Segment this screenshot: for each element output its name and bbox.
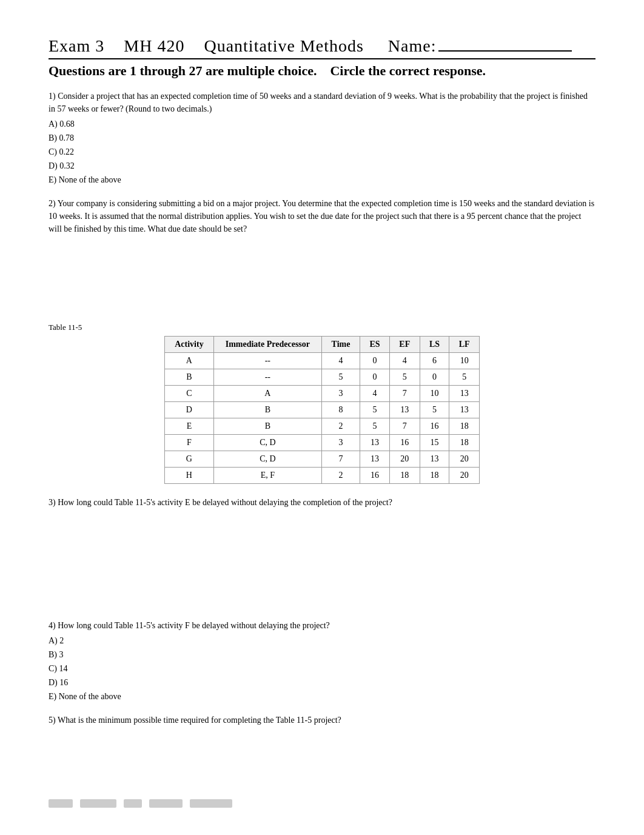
col-header-ls: LS <box>420 337 449 353</box>
table-cell-r5-c3: 13 <box>360 435 390 451</box>
table-label: Table 11-5 <box>49 323 595 332</box>
question-2-text: 2) Your company is considering submittin… <box>49 197 595 235</box>
q1-choice-a: A) 0.68 <box>49 118 595 130</box>
name-label: Name: <box>388 36 437 55</box>
table-cell-r5-c4: 16 <box>389 435 420 451</box>
name-line <box>438 50 572 52</box>
q3-number: 3) <box>49 498 56 507</box>
table-cell-r1-c4: 5 <box>389 369 420 386</box>
table-cell-r6-c1: C, D <box>213 451 321 468</box>
table-cell-r0-c5: 6 <box>420 353 449 369</box>
table-cell-r3-c4: 13 <box>389 402 420 418</box>
q2-answer-space <box>49 238 595 286</box>
q3-answer-space-2 <box>49 560 595 608</box>
table-cell-r7-c0: H <box>165 468 214 484</box>
table-cell-r5-c5: 15 <box>420 435 449 451</box>
footer-block-5 <box>190 799 232 808</box>
table-cell-r1-c2: 5 <box>321 369 360 386</box>
col-header-predecessor: Immediate Predecessor <box>213 337 321 353</box>
table-header-row: Activity Immediate Predecessor Time ES E… <box>165 337 480 353</box>
footer-block-1 <box>49 799 73 808</box>
table-cell-r1-c0: B <box>165 369 214 386</box>
q1-body: Consider a project that has an expected … <box>49 92 588 113</box>
data-table: Activity Immediate Predecessor Time ES E… <box>164 336 480 484</box>
table-cell-r4-c1: B <box>213 418 321 435</box>
table-cell-r7-c1: E, F <box>213 468 321 484</box>
q1-choice-e: E) None of the above <box>49 173 595 186</box>
table-cell-r5-c0: F <box>165 435 214 451</box>
table-cell-r1-c5: 0 <box>420 369 449 386</box>
footer-block-4 <box>149 799 183 808</box>
footer-block-3 <box>124 799 142 808</box>
q4-number: 4) <box>49 621 56 630</box>
q4-choice-a: A) 2 <box>49 634 595 647</box>
q4-choice-e: E) None of the above <box>49 690 595 703</box>
question-2: 2) Your company is considering submittin… <box>49 197 595 286</box>
table-cell-r3-c6: 13 <box>449 402 480 418</box>
table-cell-r3-c2: 8 <box>321 402 360 418</box>
exam-subtitle: Questions are 1 through 27 are multiple … <box>49 63 595 79</box>
table-cell-r2-c6: 13 <box>449 386 480 402</box>
table-cell-r2-c2: 3 <box>321 386 360 402</box>
table-cell-r0-c3: 0 <box>360 353 390 369</box>
table-cell-r6-c4: 20 <box>389 451 420 468</box>
table-cell-r6-c6: 20 <box>449 451 480 468</box>
footer-block-2 <box>80 799 116 808</box>
exam-number: Exam 3 <box>49 36 104 55</box>
table-body: A--404610B--50505CA3471013DB8513513EB257… <box>165 353 480 484</box>
col-header-time: Time <box>321 337 360 353</box>
table-cell-r2-c0: C <box>165 386 214 402</box>
q4-choice-d: D) 16 <box>49 676 595 689</box>
col-header-activity: Activity <box>165 337 214 353</box>
table-row: CA3471013 <box>165 386 480 402</box>
q4-choice-b: B) 3 <box>49 648 595 661</box>
table-row: DB8513513 <box>165 402 480 418</box>
table-cell-r5-c6: 18 <box>449 435 480 451</box>
table-cell-r0-c4: 4 <box>389 353 420 369</box>
footer-bar <box>49 799 595 808</box>
question-4-text: 4) How long could Table 11-5's activity … <box>49 619 595 632</box>
q4-body: How long could Table 11-5's activity F b… <box>58 621 330 630</box>
q1-choice-d: D) 0.32 <box>49 159 595 172</box>
table-row: B--50505 <box>165 369 480 386</box>
course-code: MH 420 <box>124 36 184 55</box>
table-row: FC, D313161518 <box>165 435 480 451</box>
table-cell-r0-c2: 4 <box>321 353 360 369</box>
table-cell-r6-c3: 13 <box>360 451 390 468</box>
table-row: GC, D713201320 <box>165 451 480 468</box>
table-cell-r2-c3: 4 <box>360 386 390 402</box>
table-row: A--404610 <box>165 353 480 369</box>
table-cell-r0-c6: 10 <box>449 353 480 369</box>
table-cell-r4-c5: 16 <box>420 418 449 435</box>
table-cell-r2-c1: A <box>213 386 321 402</box>
q3-answer-space <box>49 511 595 560</box>
q1-choice-b: B) 0.78 <box>49 132 595 144</box>
table-row: EB2571618 <box>165 418 480 435</box>
table-cell-r3-c5: 5 <box>420 402 449 418</box>
q1-number: 1) <box>49 92 56 101</box>
q4-choice-c: C) 14 <box>49 662 595 675</box>
table-cell-r5-c1: C, D <box>213 435 321 451</box>
question-5-text: 5) What is the minimum possible time req… <box>49 714 595 726</box>
exam-header: Exam 3 MH 420 Quantitative Methods Name: <box>49 36 595 59</box>
q2-body: Your company is considering submitting a… <box>49 199 594 233</box>
table-cell-r7-c3: 16 <box>360 468 390 484</box>
table-cell-r7-c2: 2 <box>321 468 360 484</box>
col-header-es: ES <box>360 337 390 353</box>
question-4: 4) How long could Table 11-5's activity … <box>49 619 595 703</box>
table-cell-r5-c2: 3 <box>321 435 360 451</box>
question-3-text: 3) How long could Table 11-5's activity … <box>49 496 595 509</box>
table-cell-r4-c6: 18 <box>449 418 480 435</box>
table-cell-r3-c3: 5 <box>360 402 390 418</box>
table-cell-r7-c6: 20 <box>449 468 480 484</box>
table-row: HE, F216181820 <box>165 468 480 484</box>
table-cell-r0-c0: A <box>165 353 214 369</box>
q3-body: How long could Table 11-5's activity E b… <box>58 498 392 507</box>
table-cell-r4-c2: 2 <box>321 418 360 435</box>
table-cell-r2-c5: 10 <box>420 386 449 402</box>
table-cell-r4-c0: E <box>165 418 214 435</box>
q5-number: 5) <box>49 716 56 725</box>
question-3: 3) How long could Table 11-5's activity … <box>49 496 595 608</box>
table-cell-r4-c3: 5 <box>360 418 390 435</box>
table-cell-r3-c1: B <box>213 402 321 418</box>
